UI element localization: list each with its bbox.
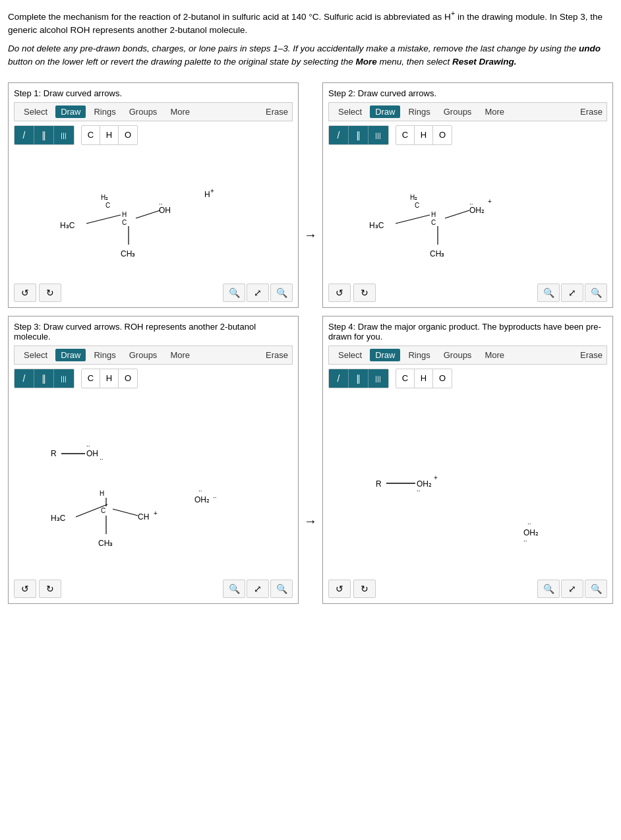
step1-zoom-reset-btn[interactable]: ⤢ [247, 284, 269, 302]
step1-triple-bond[interactable]: ⫼ [54, 126, 74, 144]
svg-text:H: H [122, 211, 127, 218]
svg-line-35 [113, 509, 138, 516]
step2-canvas[interactable]: H₃C H₂ C H C OH₂ ·· + CH₃ [328, 149, 607, 281]
step4-rings-btn[interactable]: Rings [403, 349, 435, 361]
svg-text:C: C [431, 219, 436, 226]
step4-title: Step 4: Draw the major organic product. … [328, 322, 607, 342]
step2-atom-o[interactable]: O [433, 126, 452, 144]
step4-atom-h[interactable]: H [415, 369, 433, 388]
step1-zoom-out-btn[interactable]: 🔍 [270, 284, 293, 302]
step1-undo-btn[interactable]: ↺ [14, 284, 36, 302]
svg-text:··: ·· [523, 537, 527, 545]
step3-zoom-in-btn[interactable]: 🔍 [223, 580, 245, 598]
svg-text:CH₃: CH₃ [98, 539, 113, 548]
step3-single-bond[interactable]: / [15, 369, 34, 388]
step2-triple-bond[interactable]: ⫼ [369, 126, 388, 144]
step1-redo-btn[interactable]: ↻ [39, 284, 61, 302]
svg-text:··: ·· [100, 456, 104, 463]
step2-groups-btn[interactable]: Groups [438, 105, 477, 118]
step1-single-bond[interactable]: / [15, 126, 34, 144]
step4-zoom-in-btn[interactable]: 🔍 [537, 580, 560, 598]
step4-box: Step 4: Draw the major organic product. … [322, 316, 613, 604]
step4-more-btn[interactable]: More [479, 349, 510, 361]
step3-zoom-out-btn[interactable]: 🔍 [270, 580, 293, 598]
step3-groups-btn[interactable]: Groups [124, 349, 163, 361]
step3-draw-btn[interactable]: Draw [55, 349, 86, 361]
step1-atom-h[interactable]: H [100, 126, 119, 144]
step4-triple-bond[interactable]: ⫼ [369, 369, 388, 388]
step2-zoom-reset-btn[interactable]: ⤢ [561, 284, 583, 302]
step3-triple-bond[interactable]: ⫼ [54, 369, 74, 388]
step3-zoom-reset-btn[interactable]: ⤢ [247, 580, 269, 598]
svg-text:··: ·· [86, 442, 90, 450]
step4-single-bond[interactable]: / [329, 369, 349, 388]
step2-zoom-in-btn[interactable]: 🔍 [537, 284, 560, 302]
svg-text:H: H [204, 190, 210, 199]
step3-atom-o[interactable]: O [119, 369, 137, 388]
step2-select-btn[interactable]: Select [333, 105, 367, 118]
step4-atom-c[interactable]: C [396, 369, 415, 388]
svg-line-14 [396, 215, 430, 224]
svg-text:OH: OH [86, 449, 98, 458]
step4-canvas[interactable]: R OH₂ + ·· ·· OH₂ ·· [328, 392, 607, 577]
step4-erase-btn[interactable]: Erase [580, 350, 603, 360]
step2-undo-btn[interactable]: ↺ [328, 284, 351, 302]
step2-box: Step 2: Draw curved arrows. Select Draw … [322, 82, 613, 308]
svg-text:··: ·· [469, 200, 473, 208]
step4-double-bond[interactable]: ∥ [349, 369, 369, 388]
step1-select-btn[interactable]: Select [18, 105, 53, 118]
step2-draw-btn[interactable]: Draw [370, 105, 400, 118]
step2-more-btn[interactable]: More [479, 105, 510, 118]
step4-select-btn[interactable]: Select [333, 349, 367, 361]
step1-groups-btn[interactable]: Groups [124, 105, 163, 118]
step1-atom-c[interactable]: C [82, 126, 100, 144]
step3-atom-c[interactable]: C [82, 369, 100, 388]
svg-text:H₃C: H₃C [369, 221, 384, 230]
intro-line2: Do not delete any pre-drawn bonds, charg… [8, 42, 613, 69]
step3-erase-btn[interactable]: Erase [266, 350, 288, 360]
svg-text:H₃C: H₃C [60, 221, 75, 230]
svg-text:··: ·· [213, 494, 217, 501]
step1-atom-o[interactable]: O [119, 126, 137, 144]
step1-more-btn[interactable]: More [165, 105, 195, 118]
step2-erase-btn[interactable]: Erase [580, 107, 603, 117]
step1-double-bond[interactable]: ∥ [34, 126, 54, 144]
step3-undo-btn[interactable]: ↺ [14, 580, 36, 598]
svg-text:R: R [376, 479, 382, 489]
step4-atom-o[interactable]: O [433, 369, 452, 388]
step2-redo-btn[interactable]: ↻ [353, 284, 376, 302]
svg-text:CH: CH [138, 512, 149, 522]
step1-rings-btn[interactable]: Rings [88, 105, 121, 118]
step2-toolbar: Select Draw Rings Groups More Erase [328, 102, 607, 121]
step4-redo-btn[interactable]: ↻ [353, 580, 376, 598]
step4-zoom-out-btn[interactable]: 🔍 [585, 580, 607, 598]
svg-text:H: H [100, 490, 104, 497]
step3-controls: ↺ ↻ 🔍 ⤢ 🔍 [14, 580, 293, 598]
step3-atom-h[interactable]: H [100, 369, 119, 388]
step2-atom-h[interactable]: H [415, 126, 433, 144]
step1-canvas[interactable]: H₃C H₂ C H C OH ·· CH₃ [14, 149, 293, 281]
step3-redo-btn[interactable]: ↻ [39, 580, 61, 598]
step3-rings-btn[interactable]: Rings [88, 349, 121, 361]
step3-more-btn[interactable]: More [165, 349, 195, 361]
step4-draw-btn[interactable]: Draw [370, 349, 400, 361]
step2-zoom-out-btn[interactable]: 🔍 [585, 284, 607, 302]
step3-canvas[interactable]: R OH ·· ·· H₃C H C CH + [14, 392, 293, 577]
step3-double-bond[interactable]: ∥ [34, 369, 54, 388]
step2-double-bond[interactable]: ∥ [349, 126, 369, 144]
step2-rings-btn[interactable]: Rings [403, 105, 435, 118]
step4-toolbar: Select Draw Rings Groups More Erase [328, 345, 607, 365]
step2-atom-c[interactable]: C [396, 126, 415, 144]
svg-text:+: + [488, 198, 492, 205]
step2-single-bond[interactable]: / [329, 126, 349, 144]
step4-groups-btn[interactable]: Groups [438, 349, 477, 361]
svg-text:··: ·· [198, 487, 202, 495]
step1-zoom-in-btn[interactable]: 🔍 [223, 284, 245, 302]
step1-erase-btn[interactable]: Erase [266, 107, 288, 117]
step4-zoom-reset-btn[interactable]: ⤢ [561, 580, 583, 598]
step3-draw-tools: / ∥ ⫼ C H O [14, 369, 293, 388]
step3-select-btn[interactable]: Select [18, 349, 53, 361]
step4-undo-btn[interactable]: ↺ [328, 580, 351, 598]
svg-text:C: C [122, 219, 127, 226]
step1-draw-btn[interactable]: Draw [55, 105, 86, 118]
